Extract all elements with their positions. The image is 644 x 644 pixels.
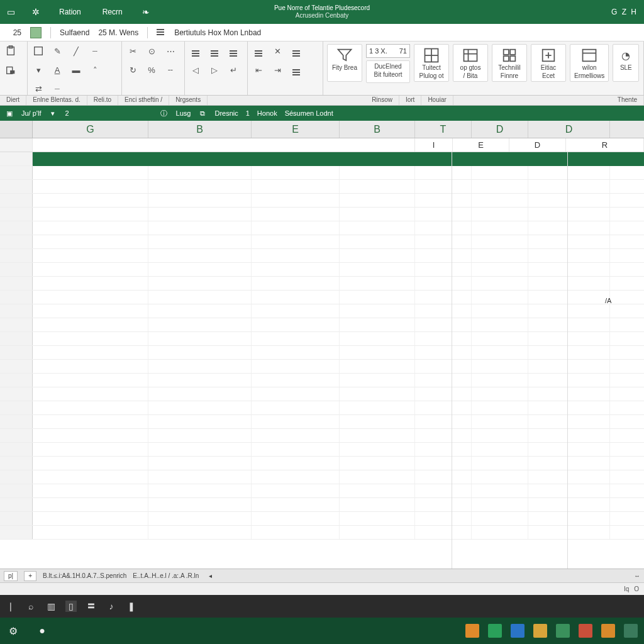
cell[interactable] [33, 346, 148, 359]
cell[interactable] [472, 484, 528, 497]
cell[interactable] [148, 277, 252, 290]
ribbon-btn-duc[interactable]: DucElned Bit fuiteort [366, 60, 410, 83]
dots-icon[interactable]: ⋯ [164, 44, 177, 58]
outdent-icon[interactable]: ⇤ [252, 63, 265, 77]
percent-icon[interactable]: % [145, 63, 158, 77]
cell[interactable] [528, 526, 610, 539]
cell[interactable] [415, 443, 472, 456]
cell[interactable] [472, 221, 528, 235]
menu-item-2[interactable]: 25 M. Wens [98, 28, 138, 37]
dock-circle-icon[interactable]: ● [35, 624, 49, 638]
cell[interactable] [252, 374, 340, 387]
cell[interactable] [33, 415, 148, 428]
cell[interactable] [415, 208, 472, 221]
ribbon-btn-filter[interactable]: Fity Brea [327, 44, 362, 82]
cell[interactable] [340, 374, 415, 387]
ribbon-btn-6[interactable]: wilon Ermelliows [570, 44, 609, 82]
cell[interactable] [33, 401, 148, 414]
grid-row[interactable] [0, 457, 644, 470]
cell[interactable] [33, 291, 148, 304]
row-header[interactable] [0, 401, 33, 414]
cell[interactable] [472, 457, 528, 470]
cell[interactable] [33, 387, 148, 401]
cell[interactable] [33, 374, 148, 387]
row-header[interactable] [0, 332, 33, 345]
cell[interactable] [415, 249, 472, 262]
dock-app-6[interactable] [601, 624, 615, 638]
dock-settings-icon[interactable]: ⚙ [6, 624, 20, 638]
cell[interactable] [528, 360, 610, 373]
grid-row[interactable] [0, 221, 644, 235]
cell[interactable] [528, 387, 610, 401]
cell[interactable] [340, 166, 415, 179]
view-normal-icon[interactable]: Iq [624, 586, 629, 592]
cell[interactable] [33, 194, 148, 207]
cell[interactable] [340, 304, 415, 318]
col-header[interactable]: D [528, 121, 610, 138]
cell[interactable] [252, 249, 340, 262]
cell[interactable] [33, 429, 148, 442]
sub-col[interactable]: I [415, 138, 453, 152]
row-header[interactable] [0, 526, 33, 539]
col-header[interactable]: D [472, 121, 528, 138]
taskbar-app-active[interactable]: ▯ [65, 601, 77, 612]
cell[interactable] [148, 304, 252, 318]
app-menu-icon[interactable]: ▭ [4, 5, 18, 19]
ribbon-btn-2[interactable]: Tuitect Plulog ot [414, 44, 449, 82]
cell[interactable] [148, 387, 252, 401]
cell[interactable] [252, 291, 340, 304]
menu-item-3[interactable]: Bertiutuls Hox Mon Lnbad [174, 28, 261, 37]
cell[interactable] [33, 208, 148, 221]
cell[interactable] [415, 166, 472, 179]
title-tab-2[interactable]: Recrn [97, 5, 128, 19]
cell[interactable] [472, 249, 528, 262]
cell[interactable] [252, 387, 340, 401]
cell[interactable] [148, 332, 252, 345]
cell[interactable] [33, 360, 148, 373]
wrap-icon[interactable]: ↵ [226, 63, 240, 77]
col-header[interactable]: B [340, 121, 415, 138]
justify-icon[interactable] [289, 63, 303, 77]
cell[interactable] [472, 443, 528, 456]
row-header[interactable] [0, 429, 33, 442]
sub-col[interactable]: D [509, 138, 566, 152]
cell[interactable] [472, 498, 528, 511]
cell[interactable] [252, 526, 340, 539]
dock-app-4[interactable] [556, 624, 570, 638]
cell[interactable] [340, 387, 415, 401]
cell[interactable] [252, 166, 340, 179]
cell[interactable] [148, 401, 252, 414]
cell[interactable] [340, 401, 415, 414]
number-input[interactable]: 1 3 X. 71 [366, 44, 410, 58]
scroll-left-icon[interactable]: ◂ [209, 572, 212, 579]
col-header[interactable]: G [33, 121, 148, 138]
cell[interactable] [252, 194, 340, 207]
dock-app-1[interactable] [488, 624, 502, 638]
grid-row[interactable] [0, 235, 644, 249]
grid-row[interactable] [0, 291, 644, 304]
cell[interactable] [33, 332, 148, 345]
sub-col[interactable]: E [453, 138, 509, 152]
cell[interactable] [148, 498, 252, 511]
merge-icon[interactable]: ⇄ [31, 82, 45, 96]
cell[interactable] [472, 387, 528, 401]
cell[interactable] [528, 443, 610, 456]
col-header[interactable]: T [415, 121, 472, 138]
dock-app-2[interactable] [511, 624, 525, 638]
row-header[interactable] [0, 360, 33, 373]
cell[interactable] [472, 470, 528, 484]
cell[interactable] [252, 304, 340, 318]
cell[interactable] [415, 291, 472, 304]
cell[interactable] [148, 263, 252, 276]
grid-row[interactable] [0, 429, 644, 443]
grid-row[interactable] [0, 512, 644, 526]
cell[interactable] [528, 346, 610, 359]
cell[interactable] [148, 194, 252, 207]
grid-row[interactable] [0, 443, 644, 457]
paste-icon[interactable] [4, 63, 18, 77]
cell[interactable] [528, 484, 610, 497]
cell[interactable] [33, 249, 148, 262]
cell[interactable] [148, 374, 252, 387]
sheet-tab[interactable]: p| [4, 571, 18, 581]
cell[interactable] [33, 484, 148, 497]
